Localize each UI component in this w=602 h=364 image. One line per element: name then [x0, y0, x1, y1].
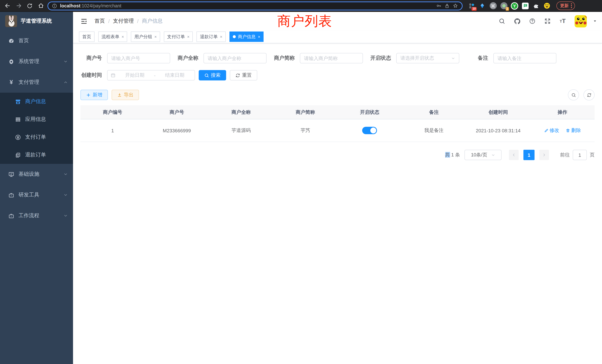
full-name-input[interactable] [204, 53, 267, 63]
cell-short-name: 芋艿 [273, 119, 337, 142]
sidebar-item-home[interactable]: 首页 [0, 30, 73, 51]
tab-label: 退款订单 [200, 33, 218, 40]
tab-close-icon[interactable]: × [154, 35, 157, 39]
tab-label: 流程表单 [102, 33, 119, 40]
breadcrumb-home[interactable]: 首页 [95, 18, 105, 24]
create-time-range-picker[interactable]: 开始日期 - 结束日期 [107, 70, 195, 80]
tab-refund-order[interactable]: 退款订单× [197, 32, 226, 42]
sidebar-item-refund-order[interactable]: 退款订单 [0, 146, 73, 164]
goto-page-input[interactable] [573, 150, 587, 160]
browser-toolbar: localhost:1024/pay/merchant 10 1 Y [0, 0, 602, 12]
extension-colorful-icon[interactable]: 10 [468, 2, 475, 10]
browser-home-button[interactable] [36, 1, 45, 10]
tab-close-icon[interactable]: × [122, 35, 124, 39]
chevron-down-icon [63, 193, 68, 197]
sidebar-item-system[interactable]: 系统管理 [0, 51, 73, 72]
status-extension-icon[interactable]: 1 [500, 2, 507, 10]
cell-full-name: 芋道源码 [209, 119, 273, 142]
search-button[interactable]: 搜索 [199, 70, 226, 80]
refresh-table-button[interactable] [583, 89, 595, 100]
status-label: 开启状态 [370, 55, 396, 62]
tab-process-form[interactable]: 流程表单× [98, 32, 127, 42]
caret-down-icon[interactable] [593, 19, 597, 23]
status-toggle[interactable] [362, 127, 377, 134]
app-logo: 芋道管理系统 [0, 12, 73, 30]
font-size-icon[interactable]: TT [558, 16, 568, 26]
chevron-down-icon [63, 172, 68, 176]
breadcrumb-pay[interactable]: 支付管理 [113, 18, 134, 24]
github-icon[interactable] [512, 16, 522, 26]
short-name-input[interactable] [300, 53, 363, 63]
sidebar-item-app-info[interactable]: 应用信息 [0, 110, 73, 128]
dashboard-gauge-icon [8, 38, 14, 44]
start-date-placeholder[interactable]: 开始日期 [118, 72, 152, 79]
reload-icon [27, 3, 33, 9]
tab-close-icon[interactable]: × [187, 35, 190, 39]
tab-close-icon[interactable]: × [220, 35, 222, 39]
user-avatar[interactable] [575, 15, 587, 27]
browser-menu-icon[interactable] [571, 3, 572, 8]
sidebar-item-infra[interactable]: 基础设施 [0, 164, 73, 185]
full-name-label: 商户全称 [178, 55, 204, 62]
sidebar-item-merchant-info[interactable]: 商户信息 [0, 93, 73, 110]
hamburger-icon[interactable] [78, 16, 89, 27]
puzzle-icon[interactable] [532, 2, 540, 10]
export-button[interactable]: 导出 [112, 90, 139, 100]
chat-extension-icon[interactable] [522, 2, 529, 10]
col-status: 开启状态 [337, 105, 402, 119]
cell-create-time: 2021-10-23 08:31:14 [466, 119, 530, 142]
share-icon[interactable] [444, 3, 450, 8]
trash-icon [566, 128, 570, 133]
delete-link-label: 删除 [571, 127, 581, 134]
extension-badge: 1 [505, 7, 509, 11]
help-icon[interactable] [527, 16, 537, 26]
status-select[interactable]: 请选择开启状态 [396, 53, 459, 63]
browser-reload-button[interactable] [25, 1, 34, 10]
remark-input[interactable] [493, 53, 556, 63]
edit-link[interactable]: 修改 [544, 127, 559, 134]
page-content: 商户号 商户全称 商户简称 开启状态 请选择开启状态 [73, 43, 602, 364]
sidebar-item-devtools[interactable]: 研发工具 [0, 185, 73, 205]
fullscreen-icon[interactable] [543, 16, 552, 26]
search-button-label: 搜索 [211, 72, 221, 79]
page-size-select[interactable]: 10条/页 [464, 150, 502, 160]
end-date-placeholder[interactable]: 结束日期 [158, 72, 192, 79]
sidebar-item-workflow[interactable]: 工作流程 [0, 205, 73, 226]
tab-user-group[interactable]: 用户分组× [131, 32, 160, 42]
toggle-search-button[interactable] [568, 89, 579, 100]
browser-update-button[interactable]: 更新 [556, 1, 575, 10]
filter-row-1: 商户号 商户全称 商户简称 开启状态 请选择开启状态 [80, 53, 595, 63]
status-select-placeholder: 请选择开启状态 [400, 55, 434, 62]
tab-close-icon[interactable]: × [258, 35, 260, 39]
delete-link[interactable]: 删除 [566, 127, 581, 134]
tab-label: 商户信息 [238, 33, 256, 40]
page-number-1[interactable]: 1 [523, 150, 535, 160]
sidebar-item-pay[interactable]: ¥ 支付管理 [0, 72, 73, 93]
browser-forward-button[interactable] [14, 1, 23, 10]
sidebar-item-label: 基础设施 [19, 171, 59, 178]
sidebar-item-pay-order[interactable]: 支付订单 [0, 128, 73, 146]
browser-back-button[interactable] [3, 1, 12, 10]
document-copy-icon [15, 152, 21, 158]
next-page-button[interactable] [539, 150, 549, 160]
y-extension-icon[interactable]: Y [511, 2, 518, 10]
tab-pay-order[interactable]: 支付订单× [164, 32, 193, 42]
key-icon[interactable] [436, 3, 441, 9]
chevron-up-icon [63, 80, 68, 85]
reset-button[interactable]: 重置 [230, 70, 257, 80]
tab-home[interactable]: 首页 [79, 32, 95, 42]
merchant-no-input[interactable] [107, 53, 170, 63]
search-icon[interactable] [497, 16, 507, 26]
address-bar[interactable]: localhost:1024/pay/merchant [47, 1, 463, 10]
command-extension-icon[interactable] [489, 2, 497, 10]
prev-page-button[interactable] [509, 150, 519, 160]
emoji-extension-icon[interactable] [543, 2, 550, 10]
page-size-value: 10条/页 [471, 152, 487, 158]
kite-extension-icon[interactable] [479, 2, 486, 10]
breadcrumb-separator: / [108, 18, 110, 24]
tab-merchant-info[interactable]: 商户信息× [229, 32, 264, 42]
briefcase-icon [8, 213, 14, 219]
star-icon[interactable] [453, 3, 458, 9]
info-icon[interactable] [52, 3, 57, 8]
add-button[interactable]: 新增 [80, 90, 108, 100]
